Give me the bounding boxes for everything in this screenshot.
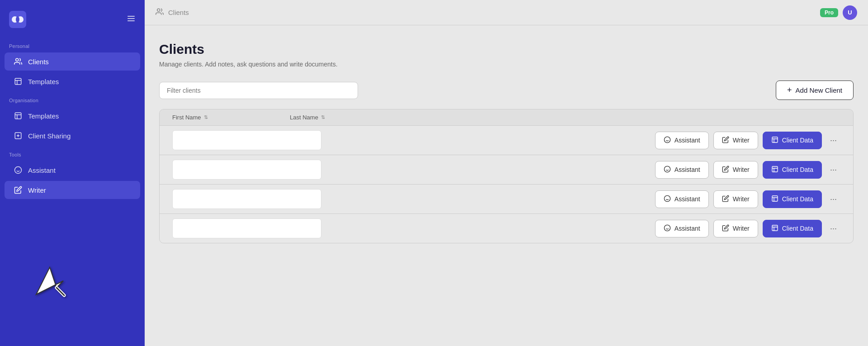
user-avatar[interactable]: U <box>843 5 857 20</box>
svg-point-14 <box>157 9 160 11</box>
writer-row-icon <box>722 166 729 174</box>
row-4-actions: Assistant Writer Client Data <box>655 220 840 237</box>
toolbar-row: + Add New Client <box>159 81 854 100</box>
sidebar-item-writer[interactable]: Writer <box>5 181 140 199</box>
table-row: Assistant Writer Client Data <box>160 214 853 243</box>
pro-badge: Pro <box>820 8 838 17</box>
sidebar: Personal Clients Templates Organisation <box>0 0 145 346</box>
row-2-writer-button[interactable]: Writer <box>713 161 758 179</box>
tools-section-label: Tools <box>0 146 145 160</box>
row-1-writer-button[interactable]: Writer <box>713 132 758 149</box>
table-row: Assistant Writer Client Data <box>160 126 853 155</box>
svg-rect-9 <box>15 113 21 119</box>
svg-rect-8 <box>15 78 21 85</box>
add-client-label: Add New Client <box>796 86 842 94</box>
client-data-icon <box>771 195 778 204</box>
clients-icon <box>14 57 23 66</box>
filter-clients-input[interactable] <box>159 82 358 99</box>
assistant-row-icon <box>664 166 671 174</box>
row-2-first-name[interactable] <box>172 160 321 180</box>
page-subtitle: Manage clients. Add notes, ask questions… <box>159 61 854 68</box>
row-3-first-name[interactable] <box>172 189 321 209</box>
row-1-actions: Assistant Writer Client Data <box>655 132 840 149</box>
row-4-more-button[interactable]: ··· <box>826 222 840 235</box>
svg-rect-22 <box>772 166 778 172</box>
row-2-assistant-button[interactable]: Assistant <box>655 161 709 179</box>
row-3-more-button[interactable]: ··· <box>826 193 840 206</box>
svg-rect-30 <box>772 225 778 231</box>
sidebar-writer-label: Writer <box>28 186 46 194</box>
client-data-icon <box>771 166 778 174</box>
table-row: Assistant Writer Client Data <box>160 185 853 214</box>
personal-section-label: Personal <box>0 37 145 52</box>
row-1-assistant-button[interactable]: Assistant <box>655 132 709 149</box>
writer-row-icon <box>722 224 729 233</box>
svg-point-27 <box>664 225 670 231</box>
sort-first-name-icon[interactable]: ⇅ <box>204 114 208 120</box>
row-2-more-button[interactable]: ··· <box>826 163 840 176</box>
topbar: Clients Pro U <box>145 0 868 25</box>
row-4-first-name[interactable] <box>172 218 321 238</box>
svg-point-23 <box>664 195 670 201</box>
row-3-client-data-button[interactable]: Client Data <box>763 190 822 208</box>
row-1-first-name[interactable] <box>172 130 321 150</box>
topbar-right: Pro U <box>820 5 857 20</box>
row-3-assistant-button[interactable]: Assistant <box>655 190 709 208</box>
writer-icon <box>14 185 23 194</box>
svg-point-11 <box>15 167 22 174</box>
row-1-client-data-button[interactable]: Client Data <box>763 132 822 149</box>
topbar-clients-icon <box>156 8 164 17</box>
col-last-name-header[interactable]: Last Name ⇅ <box>290 114 407 121</box>
sidebar-item-clients[interactable]: Clients <box>5 52 140 71</box>
table-header: First Name ⇅ Last Name ⇅ <box>160 109 853 126</box>
svg-point-7 <box>16 58 19 61</box>
assistant-row-icon <box>664 224 671 233</box>
sidebar-item-assistant[interactable]: Assistant <box>5 161 140 179</box>
row-1-more-button[interactable]: ··· <box>826 134 840 147</box>
svg-point-19 <box>664 166 670 172</box>
row-4-client-data-button[interactable]: Client Data <box>763 220 822 237</box>
assistant-icon <box>14 166 23 175</box>
assistant-row-icon <box>664 136 671 145</box>
organisation-section-label: Organisation <box>0 91 145 106</box>
row-4-writer-button[interactable]: Writer <box>713 220 758 237</box>
sidebar-client-sharing-label: Client Sharing <box>28 132 71 140</box>
svg-point-15 <box>664 137 670 142</box>
client-data-icon <box>771 224 778 233</box>
row-4-assistant-button[interactable]: Assistant <box>655 220 709 237</box>
row-3-writer-button[interactable]: Writer <box>713 190 758 208</box>
sidebar-item-templates-personal[interactable]: Templates <box>5 72 140 90</box>
row-2-actions: Assistant Writer Client Data <box>655 161 840 179</box>
client-data-icon <box>771 136 778 145</box>
add-client-button[interactable]: + Add New Client <box>776 81 854 100</box>
clients-table: First Name ⇅ Last Name ⇅ Assistant <box>159 109 854 243</box>
svg-rect-5 <box>127 18 135 19</box>
row-3-actions: Assistant Writer Client Data <box>655 190 840 208</box>
app-logo <box>9 11 26 28</box>
svg-rect-26 <box>772 196 778 201</box>
svg-rect-6 <box>127 20 135 21</box>
sidebar-assistant-label: Assistant <box>28 166 56 174</box>
plus-icon: + <box>787 85 792 95</box>
sidebar-item-templates-org[interactable]: Templates <box>5 107 140 125</box>
writer-row-icon <box>722 136 729 145</box>
templates-personal-icon <box>14 77 23 86</box>
sort-last-name-icon[interactable]: ⇅ <box>321 114 325 120</box>
sidebar-toggle-icon[interactable] <box>127 14 136 25</box>
client-sharing-icon <box>14 131 23 140</box>
svg-rect-18 <box>772 137 778 142</box>
templates-org-icon <box>14 111 23 120</box>
main-area: Clients Pro U Clients Manage clients. Ad… <box>145 0 868 346</box>
content-area: Clients Manage clients. Add notes, ask q… <box>145 25 868 346</box>
sidebar-templates-org-label: Templates <box>28 112 59 120</box>
svg-point-3 <box>16 16 19 23</box>
table-row: Assistant Writer Client Data <box>160 155 853 185</box>
topbar-breadcrumb: Clients <box>156 8 189 17</box>
col-first-name-header[interactable]: First Name ⇅ <box>172 114 290 121</box>
svg-rect-4 <box>127 16 135 17</box>
page-title: Clients <box>159 42 854 57</box>
row-2-client-data-button[interactable]: Client Data <box>763 161 822 179</box>
sidebar-item-client-sharing[interactable]: Client Sharing <box>5 127 140 145</box>
sidebar-clients-label: Clients <box>28 58 49 66</box>
assistant-row-icon <box>664 195 671 204</box>
